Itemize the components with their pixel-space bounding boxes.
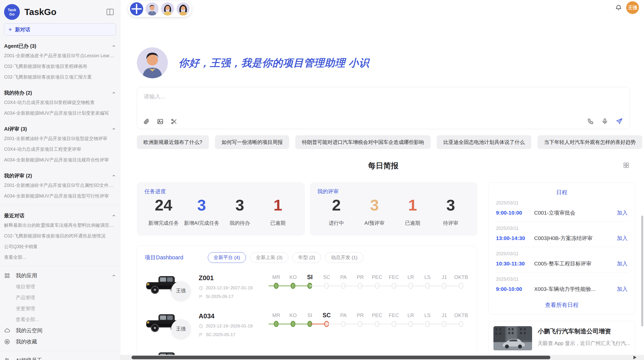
- sidebar-item-my-apps[interactable]: 我的应用: [4, 270, 116, 281]
- milestone-MR: MR: [268, 311, 285, 329]
- app-sub-item[interactable]: 变更管理: [4, 303, 116, 314]
- chevron-up-icon[interactable]: [112, 274, 116, 278]
- quick-access-pill: [128, 1, 192, 17]
- project-row: 王强A0342023-12-19~2026-01-19SC-2025-05-17…: [145, 310, 470, 339]
- sidebar-tool-people-icon[interactable]: AI超级员工: [4, 355, 116, 360]
- recent-chat-item[interactable]: 查看全部...: [4, 252, 116, 263]
- new-agent-button[interactable]: [130, 2, 143, 16]
- suggestion-chip[interactable]: 欧洲新规最近颁布了什么?: [137, 135, 209, 149]
- new-chat-button[interactable]: + 新对话: [4, 23, 116, 36]
- milestone-dot-row: [419, 320, 436, 329]
- main-area: 王强 你好，王强，我是你的项目管理助理 小识 欧洲新规最近: [120, 0, 644, 360]
- suggestion-chip[interactable]: 比亚迪全固态电池计划具体说了什么: [437, 135, 531, 149]
- sidebar-task-item[interactable]: Z001-全新燃油皮卡产品开发项目SI节点Lesson Learn报告: [4, 50, 116, 61]
- section-header[interactable]: Agent已办 (3): [4, 42, 116, 50]
- agent-avatar-1[interactable]: [145, 2, 159, 16]
- stat-value: 3: [446, 196, 455, 214]
- section-header[interactable]: 最近对话: [4, 211, 116, 220]
- agent-avatar-3[interactable]: [177, 2, 190, 16]
- sidebar-item-star-icon[interactable]: 我的收藏: [4, 336, 116, 347]
- news-card[interactable]: 小鹏飞行汽车制造公司增资 天眼查 App 显示，近日广州汇天飞行汽...: [488, 321, 635, 359]
- recent-chat-item[interactable]: C02-飞腾新能源轻客改款项目的闭环通告反馈情况: [4, 231, 116, 241]
- horizontal-scrollbar[interactable]: [131, 356, 550, 359]
- mic-icon[interactable]: [602, 118, 608, 125]
- milestone-label: LR: [402, 273, 419, 282]
- milestone-track: MRKOSISCPAPRPECFECLRLSJ1OKTB: [268, 273, 470, 291]
- sidebar-task-item[interactable]: A034-全新新能源MUV产品开发项目计划变更表编写: [4, 108, 116, 118]
- news-snippet: 天眼查 App 显示，近日广州汇天飞行汽...: [538, 340, 630, 347]
- app-title: TaskGo: [24, 7, 56, 17]
- chat-input[interactable]: [144, 93, 488, 100]
- scroll-right-arrow-icon[interactable]: [632, 355, 637, 360]
- milestone-dot-row: [402, 320, 419, 329]
- milestone-dot-row: [436, 282, 453, 291]
- scissors-icon[interactable]: [171, 118, 177, 125]
- milestone-OKTB: OKTB: [453, 273, 470, 291]
- stats-row: 2进行中3AI预评审1已逾期3待评审: [317, 196, 470, 227]
- layout-grid-icon[interactable]: [623, 162, 630, 169]
- phone-icon[interactable]: [587, 118, 594, 125]
- dashboard-filter-pill[interactable]: 动总开发 (1): [325, 252, 363, 263]
- person-avatar-icon: [161, 2, 174, 16]
- send-icon[interactable]: [616, 118, 623, 125]
- notification-bell-icon[interactable]: [615, 4, 622, 11]
- app-sub-item[interactable]: 查看全部...: [4, 314, 116, 325]
- app-sub-item[interactable]: 项目管理: [4, 281, 116, 292]
- event-join-link[interactable]: 加入: [617, 209, 627, 216]
- sidebar-task-item[interactable]: C02-飞腾新能源轻客改款项目里程碑画布: [4, 61, 116, 72]
- chevron-up-icon[interactable]: [112, 127, 116, 131]
- dashboard-filter-pill[interactable]: 全新上装 (3): [250, 252, 288, 263]
- section-header[interactable]: 我的待办 (2): [4, 88, 116, 97]
- stat-item: 24新增完成任务: [144, 196, 183, 227]
- sidebar-task-item[interactable]: Z001-全新燃油轻卡产品开发项目SI造型提交物评审: [4, 133, 116, 144]
- event-join-link[interactable]: 加入: [617, 286, 627, 293]
- image-icon[interactable]: [157, 118, 164, 125]
- event-join-link[interactable]: 加入: [617, 235, 627, 242]
- sidebar-task-item[interactable]: A034-全新新能源MUV产品开发项目法规符合性评审: [4, 155, 116, 165]
- suggestion-chip[interactable]: 特朗普可能对进口汽车增税会对中国车企造成哪些影响: [295, 135, 431, 149]
- user-avatar[interactable]: 王强: [626, 1, 639, 14]
- chevron-up-icon[interactable]: [112, 91, 116, 95]
- milestone-LS: LS: [419, 311, 436, 329]
- agent-avatar-2[interactable]: [161, 2, 174, 16]
- recent-chat-item[interactable]: 公司Q3轻卡销量: [4, 241, 116, 252]
- chevron-up-icon[interactable]: [112, 214, 116, 218]
- milestone-dot[interactable]: [459, 321, 463, 327]
- dashboard-filter-pill[interactable]: 全新平台 (4): [208, 252, 246, 263]
- star-icon: [4, 339, 10, 345]
- dashboard-filter-pill[interactable]: 年型 (2): [292, 252, 321, 263]
- divider: [0, 205, 120, 205]
- section-header[interactable]: 我的评审 (2): [4, 171, 116, 180]
- vertical-scrollbar[interactable]: [641, 216, 643, 326]
- stat-label: 待评审: [443, 220, 458, 227]
- sidebar-collapse-icon[interactable]: [106, 8, 114, 16]
- milestone-dot[interactable]: [459, 283, 463, 289]
- assistant-avatar: [137, 47, 168, 78]
- calendar-card: 日程 2025/03/119:00-10:00C001-立项审批会加入2025/…: [488, 182, 635, 314]
- view-all-schedule-link[interactable]: 查看所有日程: [496, 301, 627, 309]
- stat-item: 3AI预评审: [355, 196, 393, 227]
- milestone-KO: KO: [285, 273, 301, 291]
- event-time: 13:00-14:30: [496, 235, 534, 241]
- app-sub-item[interactable]: 产品管理: [4, 292, 116, 303]
- milestone-LR: LR: [402, 273, 419, 291]
- chevron-up-icon[interactable]: [112, 44, 116, 48]
- suggestion-chip[interactable]: 如何写一份清晰的项目周报: [215, 135, 289, 149]
- sidebar-item-cloud-icon[interactable]: 我的云空间: [4, 325, 116, 336]
- suggestion-chip[interactable]: 当下年轻人对汽车外观有怎样的喜好趋势: [537, 135, 642, 149]
- section-header[interactable]: AI评审 (3): [4, 125, 116, 133]
- suggestion-chips: 欧洲新规最近颁布了什么?如何写一份清晰的项目周报特朗普可能对进口汽车增税会对中国…: [137, 135, 630, 149]
- event-date: 2025/03/11: [496, 226, 627, 231]
- stat-item: 2进行中: [317, 196, 356, 227]
- sidebar-task-item[interactable]: Z001-全新燃油轻卡产品开发项目SI节点属性5D文件评审: [4, 180, 116, 191]
- event-join-link[interactable]: 加入: [617, 260, 627, 267]
- recent-chat-item[interactable]: 解释最新出台的欧盟报废车法规再生塑料比例被调至15%...: [4, 220, 116, 231]
- sidebar-task-item[interactable]: A034-全新新能源MUV产品开发项目造型可行性评审: [4, 191, 116, 201]
- sidebar-task-item[interactable]: C0X4-动力总成开发项目SI里程碑提交物检查: [4, 97, 116, 108]
- attach-icon[interactable]: [143, 118, 150, 125]
- sidebar-task-item[interactable]: C0X4-动力总成开发项目工程变更评审: [4, 144, 116, 155]
- milestone-dot-row: [268, 282, 285, 291]
- sidebar-task-item[interactable]: C02-飞腾新能源轻客改款项目立项汇报方案: [4, 72, 116, 82]
- chevron-up-icon[interactable]: [112, 174, 116, 178]
- stat-card: 任务进度24新增完成任务3新增AI完成任务3我的待办1已逾期: [137, 182, 305, 236]
